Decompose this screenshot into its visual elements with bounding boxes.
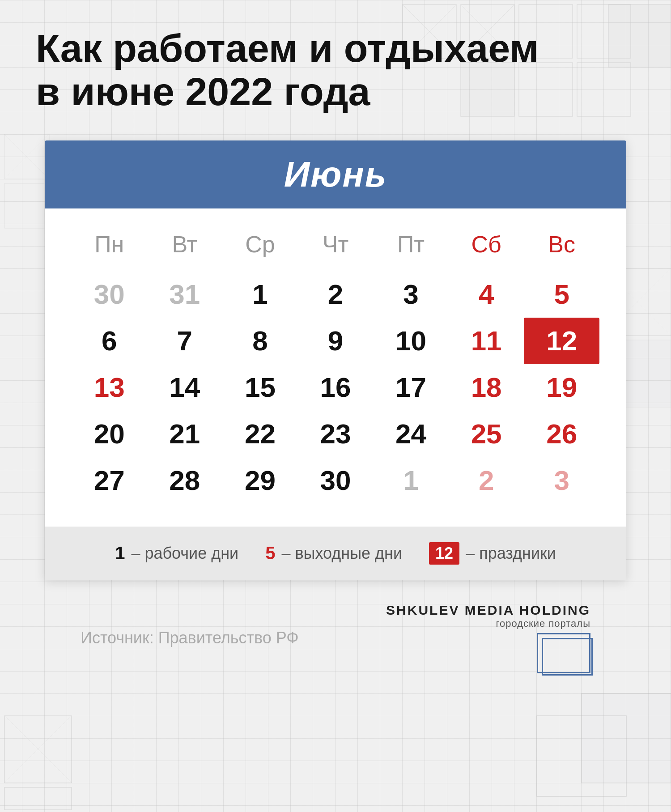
day-cell: 11 (449, 318, 524, 364)
day-cell: 23 (298, 411, 374, 457)
day-cell: 2 (449, 457, 524, 504)
source-text: Источник: Правительство РФ (81, 629, 299, 647)
page-content: Как работаем и отдыхаем в июне 2022 года… (0, 0, 671, 709)
legend-area: 1 – рабочие дни 5 – выходные дни 12 – пр… (45, 527, 626, 580)
day-cell: 26 (524, 411, 599, 457)
calendar-grid: ПнВтСрЧтПтСбВс30311234567891011121314151… (72, 222, 599, 504)
day-header-Сб: Сб (449, 222, 524, 271)
brand-area: SHKULEV MEDIA HOLDING городские порталы (386, 603, 590, 673)
day-cell: 27 (72, 457, 147, 504)
legend-holiday-text: – праздники (466, 544, 556, 563)
calendar: Июнь ПнВтСрЧтПтСбВс303112345678910111213… (45, 140, 626, 580)
legend-workday-num: 1 (115, 543, 125, 563)
day-cell: 3 (524, 457, 599, 504)
day-cell: 28 (147, 457, 223, 504)
calendar-month-title: Июнь (54, 154, 617, 195)
day-cell: 19 (524, 364, 599, 411)
day-cell: 4 (449, 271, 524, 318)
legend-weekend-text: – выходные дни (281, 544, 402, 563)
day-cell: 2 (298, 271, 374, 318)
day-cell: 15 (222, 364, 298, 411)
legend-workday-text: – рабочие дни (131, 544, 238, 563)
day-header-Ср: Ср (222, 222, 298, 271)
day-cell: 14 (147, 364, 223, 411)
day-cell: 22 (222, 411, 298, 457)
legend-item-workday: 1 – рабочие дни (115, 543, 238, 563)
brand-box-icon (537, 633, 590, 673)
footer: Источник: Правительство РФ SHKULEV MEDIA… (36, 580, 635, 691)
day-header-Вс: Вс (524, 222, 599, 271)
day-cell: 8 (222, 318, 298, 364)
day-header-Пт: Пт (373, 222, 449, 271)
day-cell: 31 (147, 271, 223, 318)
day-header-Чт: Чт (298, 222, 374, 271)
brand-subtitle: городские порталы (496, 618, 590, 629)
svg-rect-21 (4, 787, 72, 810)
day-header-Вт: Вт (147, 222, 223, 271)
day-cell: 25 (449, 411, 524, 457)
day-cell: 13 (72, 364, 147, 411)
day-cell: 21 (147, 411, 223, 457)
day-cell: 7 (147, 318, 223, 364)
day-cell: 29 (222, 457, 298, 504)
day-cell: 30 (72, 271, 147, 318)
calendar-header: Июнь (45, 140, 626, 208)
day-cell: 10 (373, 318, 449, 364)
day-cell: 17 (373, 364, 449, 411)
page-title: Как работаем и отдыхаем в июне 2022 года (36, 27, 635, 114)
day-cell: 20 (72, 411, 147, 457)
brand-name: SHKULEV MEDIA HOLDING (386, 603, 590, 618)
calendar-body: ПнВтСрЧтПтСбВс30311234567891011121314151… (45, 208, 626, 527)
day-cell: 16 (298, 364, 374, 411)
day-cell: 3 (373, 271, 449, 318)
day-cell: 9 (298, 318, 374, 364)
day-cell: 24 (373, 411, 449, 457)
day-header-Пн: Пн (72, 222, 147, 271)
day-cell: 12 (524, 318, 599, 364)
legend-item-weekend: 5 – выходные дни (265, 543, 402, 563)
day-cell: 1 (222, 271, 298, 318)
day-cell: 5 (524, 271, 599, 318)
legend-item-holiday: 12 – праздники (429, 542, 556, 565)
day-cell: 30 (298, 457, 374, 504)
legend-weekend-num: 5 (265, 543, 275, 563)
day-cell: 1 (373, 457, 449, 504)
day-cell: 6 (72, 318, 147, 364)
legend-holiday-badge: 12 (429, 542, 459, 565)
day-cell: 18 (449, 364, 524, 411)
